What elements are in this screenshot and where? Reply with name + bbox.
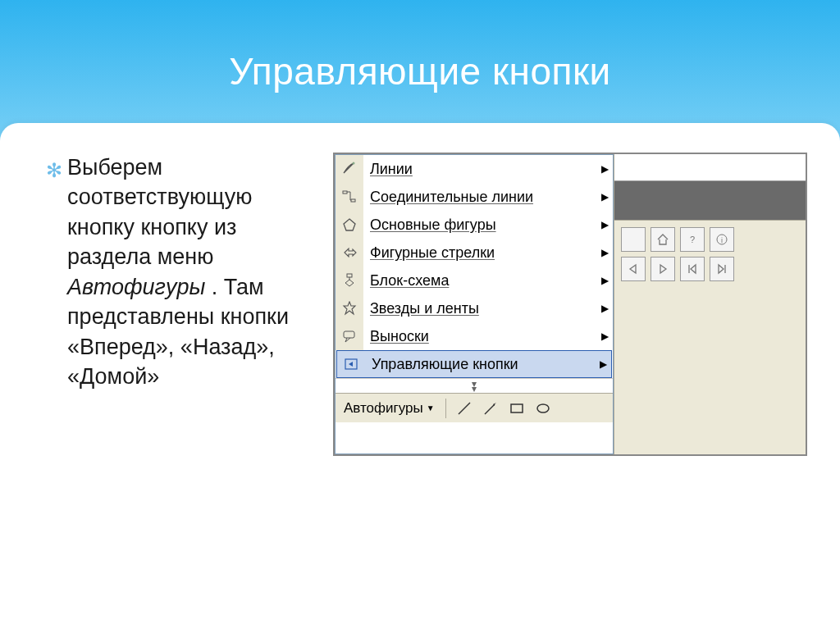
slide: Управляющие кнопки ✻ Выберем соответству… bbox=[0, 0, 840, 629]
body-text-pre: Выберем соответствующую кнопку кнопку из… bbox=[67, 155, 252, 269]
svg-rect-4 bbox=[347, 274, 352, 277]
flowchart-icon bbox=[336, 267, 363, 294]
ellipse-tool[interactable] bbox=[532, 398, 554, 419]
menu-expand-chevron[interactable]: ▾▾ bbox=[336, 378, 613, 393]
embedded-screenshot: Линии ▶ Соединительные линии ▶ Основные … bbox=[333, 153, 807, 456]
svg-marker-20 bbox=[691, 265, 696, 273]
menu-label: Управляющие кнопки bbox=[365, 356, 595, 373]
menu-item-flowchart[interactable]: Блок-схема ▶ bbox=[336, 267, 613, 294]
submenu-arrow-icon: ▶ bbox=[596, 219, 613, 230]
menu-item-basic-shapes[interactable]: Основные фигуры ▶ bbox=[336, 211, 613, 239]
svg-marker-17 bbox=[630, 265, 636, 273]
menu-item-lines[interactable]: Линии ▶ bbox=[336, 155, 613, 183]
submenu-arrow-icon: ▶ bbox=[596, 163, 613, 175]
svg-text:i: i bbox=[721, 236, 723, 244]
content-card: ✻ Выберем соответствующую кнопку кнопку … bbox=[0, 123, 840, 629]
toolbar-separator bbox=[445, 399, 446, 418]
svg-rect-1 bbox=[343, 191, 347, 194]
svg-rect-2 bbox=[351, 199, 355, 202]
basic-shapes-icon bbox=[336, 211, 363, 239]
menu-item-action-buttons[interactable]: Управляющие кнопки ▶ bbox=[336, 350, 612, 378]
svg-line-10 bbox=[485, 404, 495, 414]
svg-marker-18 bbox=[660, 265, 666, 273]
menu-label: Соединительные линии bbox=[363, 189, 596, 206]
svg-point-0 bbox=[353, 162, 355, 165]
action-buttons-palette: ? i bbox=[614, 220, 806, 454]
action-button-blank[interactable] bbox=[621, 227, 646, 252]
submenu-arrow-icon: ▶ bbox=[596, 303, 613, 314]
screenshot-right-panel: ? i bbox=[614, 154, 806, 454]
svg-line-9 bbox=[459, 403, 470, 414]
submenu-arrow-icon: ▶ bbox=[596, 247, 613, 258]
action-button-end[interactable] bbox=[710, 257, 734, 281]
svg-marker-5 bbox=[345, 280, 354, 286]
action-button-back[interactable] bbox=[621, 257, 646, 281]
action-button-forward[interactable] bbox=[651, 257, 675, 281]
submenu-arrow-icon: ▶ bbox=[596, 191, 613, 203]
chevron-down-icon: ▾▾ bbox=[472, 381, 477, 391]
menu-item-stars[interactable]: Звезды и ленты ▶ bbox=[336, 294, 613, 322]
submenu-arrow-icon: ▶ bbox=[596, 275, 613, 286]
menu-item-block-arrows[interactable]: Фигурные стрелки ▶ bbox=[336, 239, 613, 267]
menu-item-connectors[interactable]: Соединительные линии ▶ bbox=[336, 183, 613, 211]
menu-label: Выноски bbox=[363, 328, 596, 345]
menu-label: Звезды и ленты bbox=[363, 300, 596, 317]
line-tool[interactable] bbox=[454, 398, 475, 419]
body-text-em: Автофигуры bbox=[67, 275, 205, 299]
submenu-arrow-icon: ▶ bbox=[596, 330, 613, 342]
dropdown-caret-icon: ▼ bbox=[427, 403, 435, 412]
submenu-arrow-icon: ▶ bbox=[595, 358, 611, 370]
menu-item-callouts[interactable]: Выноски ▶ bbox=[336, 322, 613, 350]
menu-label: Линии bbox=[363, 161, 596, 178]
arrow-tool[interactable] bbox=[480, 398, 501, 419]
autoshapes-label: Автофигуры bbox=[344, 400, 423, 417]
callouts-icon bbox=[336, 322, 363, 350]
slide-title: Управляющие кнопки bbox=[0, 0, 840, 93]
svg-text:?: ? bbox=[690, 235, 695, 244]
menu-label: Блок-схема bbox=[363, 272, 596, 289]
lines-icon bbox=[336, 155, 363, 183]
autoshapes-menu: Линии ▶ Соединительные линии ▶ Основные … bbox=[335, 154, 614, 454]
action-button-help[interactable]: ? bbox=[680, 227, 705, 252]
autoshapes-dropdown[interactable]: Автофигуры ▼ bbox=[340, 398, 438, 419]
action-button-info[interactable]: i bbox=[710, 227, 734, 252]
drawing-toolbar: Автофигуры ▼ bbox=[336, 393, 613, 422]
bullet-star-icon: ✻ bbox=[46, 157, 62, 184]
menu-label: Фигурные стрелки bbox=[363, 244, 596, 262]
action-button-home[interactable] bbox=[651, 227, 675, 252]
svg-rect-7 bbox=[344, 331, 354, 338]
svg-rect-12 bbox=[511, 404, 523, 412]
stars-icon bbox=[336, 294, 363, 322]
action-button-beginning[interactable] bbox=[680, 257, 705, 281]
svg-marker-21 bbox=[719, 265, 724, 273]
slide-area-fragment bbox=[614, 154, 806, 220]
svg-marker-3 bbox=[344, 219, 355, 230]
menu-label: Основные фигуры bbox=[363, 217, 596, 234]
action-buttons-icon bbox=[337, 351, 365, 377]
connectors-icon bbox=[336, 183, 363, 211]
svg-point-13 bbox=[537, 404, 549, 412]
block-arrows-icon bbox=[336, 239, 363, 267]
rectangle-tool[interactable] bbox=[506, 398, 527, 419]
svg-marker-6 bbox=[344, 302, 355, 314]
body-text: ✻ Выберем соответствующую кнопку кнопку … bbox=[46, 153, 317, 609]
